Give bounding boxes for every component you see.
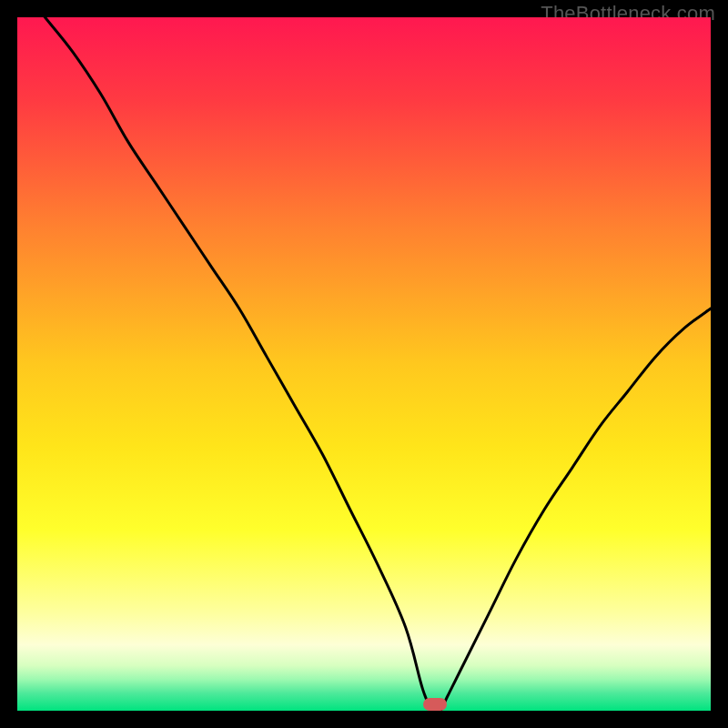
bottleneck-curve bbox=[17, 17, 711, 711]
chart-frame: TheBottleneck.com bbox=[0, 0, 728, 728]
plot-area bbox=[17, 17, 711, 711]
optimal-range-marker bbox=[423, 698, 448, 711]
